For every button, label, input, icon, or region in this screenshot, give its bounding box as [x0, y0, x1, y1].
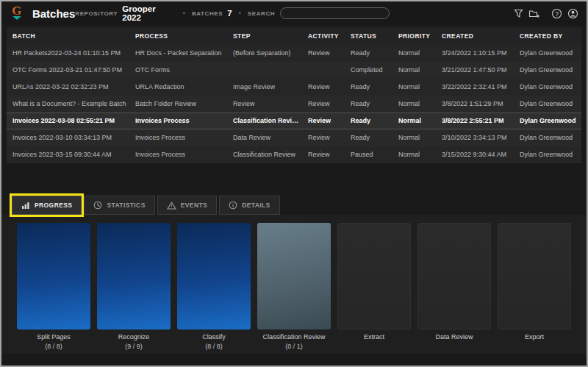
cell-status: Ready: [345, 96, 392, 113]
cell-created-by: Dylan Greenwood: [514, 62, 581, 79]
cell-priority: Normal: [392, 79, 436, 96]
cell-priority: Normal: [392, 113, 436, 129]
cell-priority: Normal: [392, 129, 436, 146]
info-circle-icon: [229, 201, 237, 210]
cell-priority: Normal: [392, 146, 436, 163]
repository-value[interactable]: Grooper 2022: [122, 4, 176, 22]
cell-batch: Invoices 2022-03-15 09:30:44 AM: [7, 146, 129, 163]
cell-activity: Review: [302, 79, 345, 96]
cell-activity: Review: [302, 146, 345, 163]
progress-card: [177, 223, 251, 329]
bar-chart-icon: [21, 202, 30, 209]
cell-process: OTC Forms: [129, 62, 227, 79]
filter-icon[interactable]: [512, 7, 525, 20]
statistics-clock-icon: [93, 201, 102, 210]
batch-table: BATCH PROCESS STEP ACTIVITY STATUS PRIOR…: [7, 27, 581, 163]
tab-bar: PROGRESS STATISTICS EVENTS DETAILS: [1, 196, 587, 215]
header-right: REPOSITORY Grooper 2022 • BATCHES 7 • SE…: [75, 4, 579, 22]
cell-status: Completed: [345, 62, 392, 79]
tab-progress[interactable]: PROGRESS: [12, 196, 82, 215]
progress-step-name: Split Pages: [17, 333, 90, 341]
progress-step-export: Export: [498, 223, 571, 354]
search-input[interactable]: [280, 7, 390, 19]
cell-step: (Before Separation): [227, 45, 302, 62]
cell-process: HR Docs - Packet Separation: [129, 45, 227, 62]
grooper-logo-letter: G: [12, 4, 21, 18]
batches-label: BATCHES: [192, 10, 223, 17]
progress-card: [498, 223, 571, 329]
cell-process: Invoices Process: [129, 129, 227, 146]
cell-activity: Review: [302, 96, 345, 113]
progress-card: [97, 223, 171, 329]
account-icon[interactable]: [566, 7, 579, 20]
cell-activity: Review: [302, 129, 345, 146]
column-header-status[interactable]: STATUS: [345, 27, 392, 45]
progress-step-split-pages: Split Pages (8 / 8): [17, 223, 90, 354]
cell-status: Ready: [345, 45, 392, 62]
cell-batch: Invoices 2022-03-08 02:55:21 PM: [7, 113, 129, 129]
separator-dot: •: [183, 10, 185, 17]
cell-batch: OTC Forms 2022-03-21 01:47:50 PM: [7, 62, 129, 79]
help-icon[interactable]: ?: [550, 7, 563, 20]
cell-priority: Normal: [392, 62, 436, 79]
cell-batch: HR Packets2022-03-24 01:10:15 PM: [7, 45, 129, 62]
table-row[interactable]: HR Packets2022-03-24 01:10:15 PM HR Docs…: [7, 45, 581, 62]
cell-created-by: Dylan Greenwood: [514, 146, 581, 163]
tab-progress-label: PROGRESS: [35, 202, 72, 209]
grooper-logo-fan-icon: [12, 16, 22, 21]
cell-created: 3/8/2022 1:51:29 PM: [436, 96, 514, 113]
tab-events[interactable]: EVENTS: [157, 196, 217, 215]
cell-batch: URLAs 2022-03-22 02:32:23 PM: [7, 79, 129, 96]
column-header-created-by[interactable]: CREATED BY: [514, 27, 581, 45]
folder-add-icon[interactable]: [528, 7, 541, 20]
header-icons: ?: [509, 7, 579, 20]
cell-batch: Invoices 2022-03-10 03:34:13 PM: [7, 129, 129, 146]
table-header-row: BATCH PROCESS STEP ACTIVITY STATUS PRIOR…: [7, 27, 581, 45]
cell-created-by: Dylan Greenwood: [514, 79, 581, 96]
table-row[interactable]: Invoices 2022-03-15 09:30:44 AM Invoices…: [7, 146, 581, 163]
column-header-priority[interactable]: PRIORITY: [392, 27, 436, 45]
cell-created: 3/21/2022 1:47:50 PM: [436, 62, 514, 79]
repository-label: REPOSITORY: [75, 10, 118, 17]
cell-activity: Review: [302, 113, 345, 129]
table-row[interactable]: What is a Document? - Example Batch Batc…: [7, 96, 581, 113]
column-header-activity[interactable]: ACTIVITY: [302, 27, 345, 45]
column-header-created[interactable]: CREATED: [436, 27, 514, 45]
column-header-process[interactable]: PROCESS: [129, 27, 227, 45]
progress-panel: Split Pages (8 / 8) Recognize (9 / 9) Cl…: [1, 215, 587, 354]
cell-status: Ready: [345, 129, 392, 146]
progress-step-name: Export: [498, 333, 571, 341]
cell-priority: Normal: [392, 96, 436, 113]
column-header-batch[interactable]: BATCH: [7, 27, 129, 45]
cell-status: Ready: [345, 113, 392, 129]
cell-step: [227, 62, 302, 79]
cell-process: Invoices Process: [129, 113, 227, 129]
table-row-selected[interactable]: Invoices 2022-03-08 02:55:21 PM Invoices…: [7, 113, 581, 129]
cell-step: Review: [227, 96, 302, 113]
column-header-step[interactable]: STEP: [227, 27, 302, 45]
table-panel-gap: [1, 163, 587, 196]
cell-created: 3/22/2022 2:32:41 PM: [436, 79, 514, 96]
cell-created: 3/24/2022 1:10:15 PM: [436, 45, 514, 62]
cell-batch: What is a Document? - Example Batch: [7, 96, 129, 113]
progress-step-classification-review: Classification Review (0 / 1): [257, 223, 331, 354]
cell-activity: [302, 62, 345, 79]
progress-step-name: Classify: [177, 333, 251, 341]
table-row[interactable]: Invoices 2022-03-10 03:34:13 PM Invoices…: [7, 129, 581, 146]
progress-step-recognize: Recognize (9 / 9): [97, 223, 171, 354]
progress-card: [337, 223, 411, 329]
cell-step: Classification Review: [227, 113, 302, 129]
tab-details[interactable]: DETAILS: [219, 196, 280, 215]
progress-step-name: Data Review: [417, 333, 491, 341]
table-row[interactable]: OTC Forms 2022-03-21 01:47:50 PM OTC For…: [7, 62, 581, 79]
header: G Batches REPOSITORY Grooper 2022 • BATC…: [1, 1, 587, 25]
table-row[interactable]: URLAs 2022-03-22 02:32:23 PM URLA Redact…: [7, 79, 581, 96]
tab-statistics[interactable]: STATISTICS: [84, 196, 154, 215]
progress-step-data-review: Data Review: [417, 223, 491, 354]
cell-process: URLA Redaction: [129, 79, 227, 96]
cell-created-by: Dylan Greenwood: [514, 113, 581, 129]
progress-step-name: Recognize: [97, 333, 171, 341]
progress-step-classify: Classify (8 / 8): [177, 223, 251, 354]
progress-step-extract: Extract: [337, 223, 411, 354]
progress-step-name: Extract: [337, 333, 411, 341]
